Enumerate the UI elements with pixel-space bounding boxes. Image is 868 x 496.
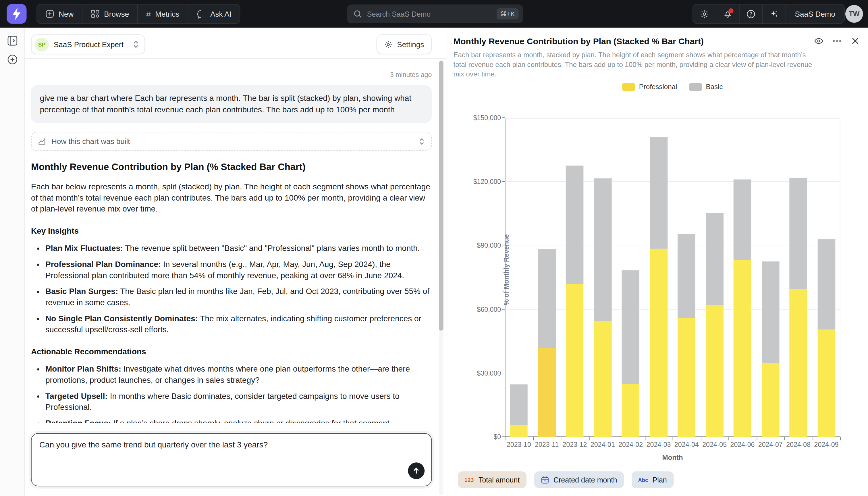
app-window: New Browse # Metrics Ask AI ⌘+K [0, 0, 868, 496]
bar-column [645, 118, 672, 437]
global-search[interactable]: ⌘+K [347, 4, 523, 23]
x-tick [840, 437, 841, 440]
bar-segment-professional[interactable] [761, 363, 779, 437]
bar-segment-basic[interactable] [594, 179, 612, 321]
top-bar: New Browse # Metrics Ask AI ⌘+K [0, 0, 868, 28]
bar-segment-basic[interactable] [622, 270, 640, 384]
bar-column [728, 118, 756, 437]
bar-column [701, 118, 728, 437]
how-chart-built-toggle[interactable]: How this chart was built [31, 132, 432, 151]
chat-scroll-area[interactable]: 3 minutes ago give me a bar chart where … [31, 59, 432, 423]
scrollbar-thumb[interactable] [439, 61, 443, 331]
list-item: Plan Mix Fluctuates: The revenue split b… [45, 243, 432, 254]
notification-badge [728, 8, 733, 13]
eye-icon [814, 36, 824, 46]
response-title: Monthly Revenue Contribution by Plan (% … [31, 162, 432, 173]
toggle-sidebar-button[interactable] [7, 35, 18, 46]
ask-ai-button[interactable]: Ask AI [188, 4, 240, 23]
close-panel-button[interactable] [850, 36, 860, 46]
bar-segment-basic[interactable] [678, 233, 695, 318]
x-tick [561, 437, 561, 440]
text-field-icon: Abc [638, 477, 648, 482]
x-tick [701, 437, 701, 440]
field-tag-created-date-month[interactable]: 1 Created date month [534, 471, 624, 488]
hash-icon: # [146, 9, 151, 19]
bar-segment-professional[interactable] [538, 348, 556, 437]
y-tick-label: $120,000 [451, 178, 501, 186]
new-thread-button[interactable] [7, 54, 18, 65]
user-message-bubble: give me a bar chart where Each bar repre… [31, 86, 432, 123]
bar-segment-professional[interactable] [566, 284, 584, 437]
bar-segment-basic[interactable] [734, 180, 751, 260]
chart-legend: ProfessionalBasic [505, 83, 840, 91]
browse-button[interactable]: Browse [82, 4, 138, 23]
bar-segment-basic[interactable] [817, 239, 835, 329]
help-button[interactable] [740, 4, 763, 23]
workspace-label: SaaS Demo [795, 10, 835, 18]
message-composer: Can you give the same trend but quarterl… [31, 433, 432, 486]
preview-eye-button[interactable] [814, 36, 824, 46]
bar-segment-professional[interactable] [622, 384, 640, 437]
metrics-button[interactable]: # Metrics [138, 4, 188, 23]
ai-sparkles-button[interactable] [763, 4, 786, 23]
more-options-button[interactable] [832, 36, 842, 46]
bar-segment-professional[interactable] [706, 305, 724, 437]
sparkles-icon [770, 9, 779, 19]
field-tag-label: Created date month [553, 476, 617, 484]
legend-item-professional[interactable]: Professional [623, 83, 677, 91]
bar-segment-basic[interactable] [538, 249, 556, 348]
bar-segment-professional[interactable] [790, 289, 807, 437]
lightdash-logo[interactable] [6, 4, 27, 24]
field-tag-total-amount[interactable]: 123 Total amount [458, 471, 527, 488]
workspace-button[interactable]: SaaS Demo [786, 4, 844, 23]
message-timestamp: 3 minutes ago [31, 71, 432, 79]
recommendations-list: Monitor Plan Shifts: Investigate what dr… [31, 363, 432, 423]
agent-settings-button[interactable]: Settings [376, 34, 432, 54]
settings-icon-button[interactable] [693, 4, 716, 23]
bar-segment-basic[interactable] [566, 166, 584, 284]
send-button[interactable] [408, 462, 424, 479]
x-tick [812, 437, 813, 440]
bar-segment-professional[interactable] [510, 425, 528, 437]
plus-square-icon [45, 10, 54, 18]
bar-column [533, 118, 561, 437]
bar-segment-professional[interactable] [734, 260, 751, 437]
browse-label: Browse [104, 10, 129, 18]
bar-column [757, 118, 784, 437]
search-input[interactable] [367, 10, 497, 18]
notifications-button[interactable] [716, 4, 740, 23]
chat-scrollbar[interactable] [439, 60, 443, 495]
bar-segment-professional[interactable] [817, 329, 835, 437]
bar-segment-basic[interactable] [706, 212, 724, 305]
plot-area: % of Monthly Revenue Month $0$30,000$60,… [505, 118, 840, 437]
bar-segment-professional[interactable] [678, 318, 695, 437]
legend-item-basic[interactable]: Basic [689, 83, 723, 91]
ask-ai-label: Ask AI [210, 10, 231, 18]
x-tick [757, 437, 757, 440]
message-input[interactable]: Can you give the same trend but quarterl… [32, 434, 431, 468]
bar-segment-basic[interactable] [510, 385, 528, 425]
bar-segment-professional[interactable] [594, 321, 612, 437]
calendar-icon: 1 [541, 476, 549, 484]
bar-segment-professional[interactable] [650, 249, 668, 437]
chat-header: SP SaaS Product Expert Settings [25, 28, 447, 59]
bar-segment-basic[interactable] [650, 137, 668, 249]
x-axis-title: Month [505, 453, 840, 461]
y-tick-label: $60,000 [451, 306, 501, 313]
x-tick [645, 437, 645, 440]
bar-column [673, 118, 701, 437]
chat-star-icon [196, 9, 206, 19]
bar-segment-basic[interactable] [761, 261, 779, 363]
x-tick [784, 437, 785, 440]
list-item: Retention Focus: If a plan’s share drops… [45, 418, 432, 423]
user-avatar[interactable]: TW [845, 5, 863, 23]
agent-selector[interactable]: SP SaaS Product Expert [31, 34, 145, 54]
bar-segment-basic[interactable] [790, 177, 807, 289]
field-tag-plan[interactable]: Abc Plan [631, 471, 673, 488]
y-tick [502, 181, 505, 182]
lightning-bolt-icon [12, 8, 21, 20]
new-button[interactable]: New [37, 4, 82, 23]
bar-column [561, 118, 589, 437]
recommendations-heading: Actionable Recommendations [31, 347, 432, 356]
y-tick-label: $150,000 [451, 114, 501, 122]
